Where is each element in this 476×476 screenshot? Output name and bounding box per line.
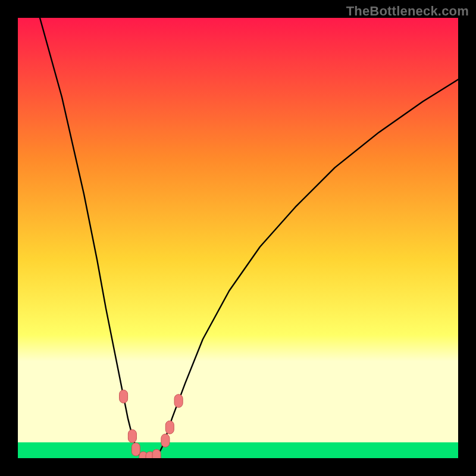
marker-point — [128, 430, 136, 443]
marker-point — [161, 434, 170, 447]
bottleneck-chart — [18, 18, 458, 458]
marker-point — [174, 394, 183, 408]
plot-area — [18, 18, 458, 458]
marker-point — [152, 449, 161, 458]
outer-frame: TheBottleneck.com — [0, 0, 476, 476]
marker-point — [131, 443, 140, 456]
marker-point — [120, 390, 128, 403]
watermark-text: TheBottleneck.com — [346, 4, 469, 19]
marker-point — [165, 421, 174, 434]
gradient-background — [18, 18, 458, 458]
